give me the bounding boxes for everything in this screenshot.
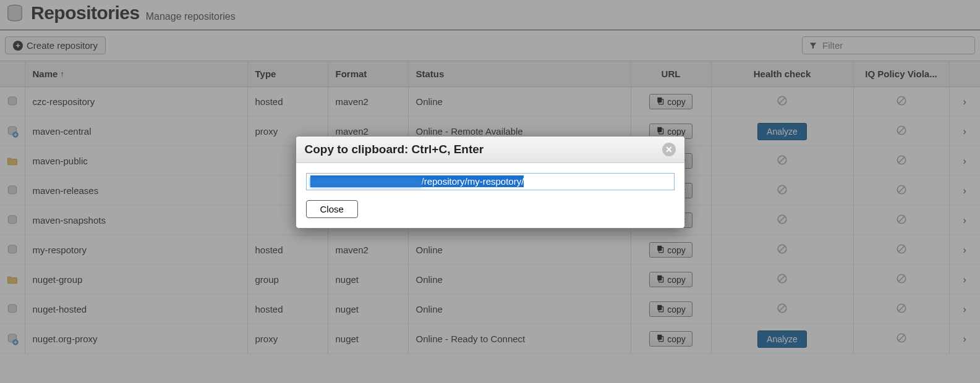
close-icon: ✕ bbox=[665, 145, 673, 154]
modal-overlay[interactable]: Copy to clipboard: Ctrl+C, Enter ✕ /repo… bbox=[0, 0, 980, 383]
clipboard-url-suffix: /repository/my-respotory/ bbox=[422, 176, 524, 187]
modal-close-footer-button[interactable]: Close bbox=[306, 200, 358, 218]
clipboard-url-input[interactable]: /repository/my-respotory/ bbox=[306, 173, 675, 190]
copy-clipboard-modal: Copy to clipboard: Ctrl+C, Enter ✕ /repo… bbox=[296, 136, 685, 229]
modal-body: /repository/my-respotory/ bbox=[296, 163, 684, 200]
modal-header: Copy to clipboard: Ctrl+C, Enter ✕ bbox=[296, 137, 684, 163]
redacted-url-prefix bbox=[310, 177, 422, 187]
modal-footer: Close bbox=[296, 200, 684, 228]
modal-close-button[interactable]: ✕ bbox=[662, 143, 676, 156]
modal-title: Copy to clipboard: Ctrl+C, Enter bbox=[305, 143, 484, 156]
